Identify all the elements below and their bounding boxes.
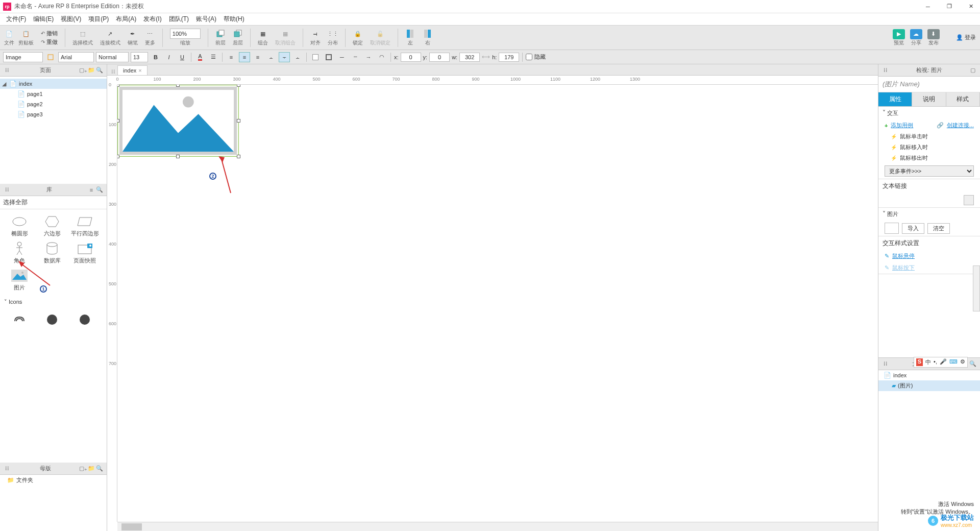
tb-share[interactable]: ☁分享 — [910, 29, 922, 46]
tab-properties[interactable]: 属性 — [878, 92, 912, 106]
event-mouseleave[interactable]: ⚡鼠标移出时 — [878, 153, 980, 163]
font-combo[interactable]: Arial — [58, 52, 94, 62]
tb-back[interactable]: 后层 — [233, 29, 243, 46]
tb-publish[interactable]: ⬇发布 — [927, 29, 940, 46]
shape-snapshot[interactable]: 页面快照 — [68, 239, 101, 267]
tb-more[interactable]: ⋯更多 — [145, 29, 155, 46]
add-page-icon[interactable]: ▢₊ — [79, 66, 87, 75]
minimize-button[interactable]: ─ — [922, 2, 934, 12]
master-folder[interactable]: 📁 文件夹 — [0, 475, 107, 486]
tb-zoom[interactable]: 100%缩放 — [170, 29, 201, 46]
add-case-link[interactable]: 添加用例 — [891, 122, 913, 129]
outline-image[interactable]: ▰ (图片) — [878, 380, 980, 391]
tab-index[interactable]: index× — [117, 65, 148, 75]
tb-right[interactable]: 右 — [423, 29, 433, 46]
align-right-button[interactable]: ≡ — [252, 52, 263, 62]
bullets-button[interactable]: ☰ — [208, 52, 219, 62]
line-color-button[interactable] — [323, 52, 334, 62]
align-center-button[interactable]: ≡ — [239, 52, 250, 62]
valign-bot-button[interactable]: ⫠ — [292, 52, 303, 62]
section-textlink[interactable]: 文本链接 — [878, 179, 980, 193]
fill-color-button[interactable] — [310, 52, 321, 62]
panel-handle-icon[interactable]: ⁞⁞ — [3, 465, 11, 473]
tb-unlock[interactable]: 🔓取消锁定 — [370, 29, 390, 46]
search-icon[interactable]: 🔍 — [95, 465, 104, 473]
menu-file[interactable]: 文件(F) — [3, 13, 29, 25]
icon-item[interactable] — [3, 310, 36, 329]
add-master-icon[interactable]: ▢₊ — [79, 465, 87, 473]
import-button[interactable]: 导入 — [902, 223, 924, 234]
tb-lock[interactable]: 🔒锁定 — [353, 29, 363, 46]
tb-ungroup[interactable]: ▦取消组合 — [275, 29, 296, 46]
size-combo[interactable]: 13 — [131, 52, 148, 62]
panel-handle-icon[interactable]: ⁞⁞ — [881, 360, 890, 368]
search-icon[interactable]: 🔍 — [969, 360, 977, 368]
shape-parallelogram[interactable]: 平行四边形 — [68, 212, 101, 239]
menu-help[interactable]: 帮助(H) — [220, 13, 248, 25]
ix-hover-link[interactable]: 鼠标悬停 — [892, 252, 915, 260]
tab-close-icon[interactable]: × — [138, 67, 141, 74]
add-folder-icon[interactable]: 📁 — [87, 465, 95, 473]
section-image[interactable]: ˅ 图片 — [878, 208, 980, 221]
line-style-button[interactable]: ┄ — [350, 52, 361, 62]
shape-ellipse[interactable]: 椭圆形 — [3, 212, 36, 239]
tb-undo[interactable]: ↶ 撤销 — [41, 30, 58, 37]
page-page1[interactable]: 📄 page1 — [0, 89, 107, 99]
hide-checkbox[interactable] — [526, 54, 532, 60]
ruler-vertical[interactable]: 0100200300400500600700 — [107, 85, 117, 522]
tb-align[interactable]: ⫤对齐 — [310, 29, 321, 46]
valign-top-button[interactable]: ⫠ — [265, 52, 277, 62]
menu-publish[interactable]: 发布(I) — [140, 13, 164, 25]
panel-handle-icon[interactable]: ⁞⁞ — [3, 186, 11, 194]
panel-handle-icon[interactable]: ⁞⁞ — [881, 66, 890, 75]
menu-project[interactable]: 项目(P) — [85, 13, 112, 25]
panel-handle-icon[interactable]: ⁞⁞ — [3, 66, 11, 75]
x-input[interactable] — [401, 53, 421, 62]
widget-type-combo[interactable]: Image — [3, 52, 43, 62]
lib-icons-section[interactable]: ˅ Icons — [0, 297, 107, 307]
tb-redo[interactable]: ↷ 重做 — [41, 38, 58, 46]
w-input[interactable] — [459, 53, 480, 62]
tb-group[interactable]: ▦组合 — [258, 29, 268, 46]
outline-index[interactable]: 📄 index — [878, 370, 980, 380]
y-input[interactable] — [429, 53, 450, 62]
text-color-button[interactable]: A — [194, 52, 206, 62]
page-page3[interactable]: 📄 page3 — [0, 109, 107, 119]
tb-left[interactable]: 左 — [405, 29, 415, 46]
canvas[interactable]: 2 — [117, 85, 878, 522]
event-click[interactable]: ⚡鼠标单击时 — [878, 131, 980, 142]
page-page2[interactable]: 📄 page2 — [0, 99, 107, 109]
icon-item[interactable] — [36, 310, 68, 329]
horizontal-scrollbar[interactable] — [117, 522, 878, 531]
search-icon[interactable]: 🔍 — [95, 66, 104, 75]
event-mouseenter[interactable]: ⚡鼠标移入时 — [878, 142, 980, 153]
lib-menu-icon[interactable]: ≡ — [87, 186, 95, 194]
section-interaction[interactable]: ˅ 交互 — [878, 107, 980, 119]
shape-hexagon[interactable]: 六边形 — [36, 212, 68, 239]
maximize-button[interactable]: ❐ — [943, 2, 955, 12]
line-width-button[interactable]: ─ — [336, 52, 348, 62]
ime-bar[interactable]: S 中•,🎤⌨⚙ — [914, 357, 968, 368]
clear-button[interactable]: 清空 — [927, 223, 950, 234]
copy-style-icon[interactable] — [45, 52, 56, 62]
underline-button[interactable]: U — [177, 52, 188, 62]
ruler-horizontal[interactable]: 0100200300400500600700800900100011001200… — [117, 76, 878, 85]
tab-notes[interactable]: 说明 — [912, 92, 946, 106]
more-events-combo[interactable]: 更多事件>>> — [885, 165, 974, 177]
bold-button[interactable]: B — [150, 52, 161, 62]
tb-front[interactable]: 前层 — [215, 29, 226, 46]
textlink-toggle[interactable] — [964, 195, 974, 205]
page-icon[interactable]: ▢ — [969, 66, 977, 75]
tb-clipboard[interactable]: 📋剪贴板 — [18, 29, 34, 46]
tb-file[interactable]: 📄文件 — [4, 29, 14, 46]
tab-handle-icon[interactable]: ⁞⁞ — [109, 68, 117, 75]
widget-name-input[interactable]: (图片 Name) — [878, 77, 980, 92]
tab-style[interactable]: 样式 — [946, 92, 980, 106]
create-link[interactable]: 创建连接... — [947, 122, 974, 129]
page-index[interactable]: ◢📄 index — [0, 79, 107, 89]
add-folder-icon[interactable]: 📁 — [87, 66, 95, 75]
tb-login[interactable]: 👤 登录 — [956, 34, 976, 41]
menu-account[interactable]: 账号(A) — [193, 13, 219, 25]
tb-preview[interactable]: ▶预览 — [893, 29, 905, 46]
tb-select-mode[interactable]: ⬚选择模式 — [72, 29, 93, 46]
